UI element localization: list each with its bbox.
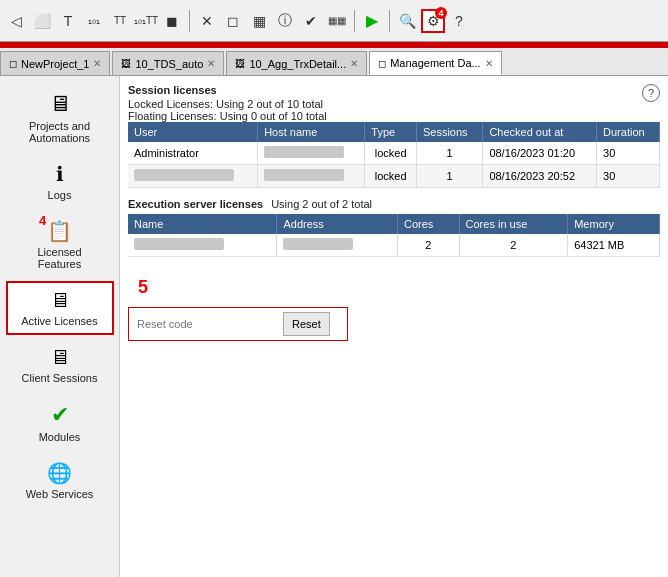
modules-icon: ✔ xyxy=(51,402,69,428)
sidebar-item-webservices[interactable]: 🌐 Web Services xyxy=(6,454,114,507)
sidebar-item-licensed[interactable]: 4 📋 LicensedFeatures xyxy=(6,212,114,277)
session-host-blur-1 xyxy=(264,146,344,158)
sidebar-label-webservices: Web Services xyxy=(26,488,94,500)
execution-section-title: Execution server licenses Using 2 out of… xyxy=(128,198,660,210)
sidebar-label-active: Active Licenses xyxy=(21,315,97,327)
client-icon: 🖥 xyxy=(50,346,70,369)
floating-info: Floating Licenses: Using 0 out of 10 tot… xyxy=(128,110,327,122)
tab-agg[interactable]: 🖼 10_Agg_TrxDetail... ✕ xyxy=(226,51,367,75)
session-type-2: locked xyxy=(365,165,417,188)
sidebar-item-client[interactable]: 🖥 Client Sessions xyxy=(6,339,114,391)
tab-label-management: Management Da... xyxy=(390,57,481,69)
session-user-1: Administrator xyxy=(128,142,258,165)
toolbar-btn-format2[interactable]: TT xyxy=(108,9,132,33)
tab-close-agg[interactable]: ✕ xyxy=(350,58,358,69)
toolbar-btn-grid2[interactable]: ▦▦ xyxy=(325,9,349,33)
tab-newproject[interactable]: ◻ NewProject_1 ✕ xyxy=(0,51,110,75)
execution-licenses-section: Execution server licenses Using 2 out of… xyxy=(128,198,660,257)
session-row-1: Administrator locked 1 08/16/2023 01:20 … xyxy=(128,142,660,165)
exec-col-memory: Memory xyxy=(568,214,660,234)
toolbar-btn-undo[interactable]: ◁ xyxy=(4,9,28,33)
exec-col-address: Address xyxy=(277,214,398,234)
toolbar-btn-square[interactable]: ◻ xyxy=(221,9,245,33)
sidebar-label-modules: Modules xyxy=(39,431,81,443)
separator3 xyxy=(389,10,390,32)
session-host-2 xyxy=(258,165,365,188)
settings-badge: 4 xyxy=(435,7,447,19)
session-license-header: Session licenses Locked Licenses: Using … xyxy=(128,84,660,122)
session-row-2: locked 1 08/16/2023 20:52 30 xyxy=(128,165,660,188)
toolbar-btn-info[interactable]: ⓘ xyxy=(273,9,297,33)
toolbar-btn-help[interactable]: ? xyxy=(447,9,471,33)
tab-tds[interactable]: 🖼 10_TDS_auto ✕ xyxy=(112,51,224,75)
tab-bar: ◻ NewProject_1 ✕ 🖼 10_TDS_auto ✕ 🖼 10_Ag… xyxy=(0,48,668,76)
execution-row-1: 2 2 64321 MB xyxy=(128,234,660,257)
toolbar: ◁ ⬜ T ₁₀₁ TT ₁₀₁TT ◼ ✕ ◻ ▦ ⓘ ✔ ▦▦ ▶ 🔍 ⚙ … xyxy=(0,0,668,42)
session-checked-2: 08/16/2023 20:52 xyxy=(483,165,597,188)
toolbar-btn-settings[interactable]: ⚙ 4 xyxy=(421,9,445,33)
projects-icon: 🖥 xyxy=(49,91,71,117)
session-sessions-1: 1 xyxy=(416,142,482,165)
session-checked-1: 08/16/2023 01:20 xyxy=(483,142,597,165)
toolbar-btn-text[interactable]: T xyxy=(56,9,80,33)
badge-5: 5 xyxy=(138,277,148,298)
exec-cores-in-use-1: 2 xyxy=(459,234,568,257)
sidebar-item-logs[interactable]: ℹ Logs xyxy=(6,155,114,208)
tab-management[interactable]: ◻ Management Da... ✕ xyxy=(369,51,502,75)
session-table-header-row: User Host name Type Sessions Checked out… xyxy=(128,122,660,142)
sidebar: 🖥 Projects andAutomations ℹ Logs 4 📋 Lic… xyxy=(0,76,120,577)
separator2 xyxy=(354,10,355,32)
session-user-blur-2 xyxy=(134,169,234,181)
licensed-icon: 📋 xyxy=(47,220,72,242)
tab-icon-agg: 🖼 xyxy=(235,58,245,69)
session-host-blur-2 xyxy=(264,169,344,181)
exec-name-blur-1 xyxy=(134,238,224,250)
tab-close-newproject[interactable]: ✕ xyxy=(93,58,101,69)
toolbar-btn-search[interactable]: 🔍 xyxy=(395,9,419,33)
tab-close-tds[interactable]: ✕ xyxy=(207,58,215,69)
sidebar-item-modules[interactable]: ✔ Modules xyxy=(6,395,114,450)
sidebar-item-projects[interactable]: 🖥 Projects andAutomations xyxy=(6,84,114,151)
session-host-1 xyxy=(258,142,365,165)
col-sessions: Sessions xyxy=(416,122,482,142)
session-licenses-table: User Host name Type Sessions Checked out… xyxy=(128,122,660,188)
col-user: User xyxy=(128,122,258,142)
execution-licenses-table: Name Address Cores Cores in use Memory 2… xyxy=(128,214,660,257)
toolbar-btn-x[interactable]: ✕ xyxy=(195,9,219,33)
tab-icon-tds: 🖼 xyxy=(121,58,131,69)
toolbar-btn-format3[interactable]: ₁₀₁TT xyxy=(134,9,158,33)
toolbar-btn-grid[interactable]: ▦ xyxy=(247,9,271,33)
session-license-info: Session licenses Locked Licenses: Using … xyxy=(128,84,327,122)
webservices-icon: 🌐 xyxy=(47,461,72,485)
tab-icon-newproject: ◻ xyxy=(9,58,17,69)
licensed-badge: 4 xyxy=(39,213,46,228)
tab-label-newproject: NewProject_1 xyxy=(21,58,89,70)
sidebar-label-client: Client Sessions xyxy=(22,372,98,384)
logs-icon: ℹ xyxy=(56,162,64,186)
tab-label-tds: 10_TDS_auto xyxy=(135,58,203,70)
help-icon[interactable]: ? xyxy=(642,84,660,102)
active-icon: 🖥 xyxy=(50,289,70,312)
col-hostname: Host name xyxy=(258,122,365,142)
toolbar-btn-format1[interactable]: ₁₀₁ xyxy=(82,9,106,33)
session-type-1: locked xyxy=(365,142,417,165)
col-type: Type xyxy=(365,122,417,142)
session-user-2 xyxy=(128,165,258,188)
toolbar-btn-check[interactable]: ✔ xyxy=(299,9,323,33)
main-area: 🖥 Projects andAutomations ℹ Logs 4 📋 Lic… xyxy=(0,76,668,577)
execution-usage: Using 2 out of 2 total xyxy=(271,198,372,210)
reset-code-input[interactable] xyxy=(133,312,283,336)
exec-address-1 xyxy=(277,234,398,257)
reset-button[interactable]: Reset xyxy=(283,312,330,336)
session-duration-2: 30 xyxy=(597,165,660,188)
toolbar-btn-block[interactable]: ◼ xyxy=(160,9,184,33)
exec-col-cores: Cores xyxy=(398,214,460,234)
sidebar-item-active[interactable]: 🖥 Active Licenses xyxy=(6,281,114,335)
toolbar-btn-new[interactable]: ⬜ xyxy=(30,9,54,33)
tab-icon-management: ◻ xyxy=(378,58,386,69)
tab-close-management[interactable]: ✕ xyxy=(485,58,493,69)
licensed-badge-wrapper: 4 📋 xyxy=(47,219,72,243)
toolbar-btn-run[interactable]: ▶ xyxy=(360,9,384,33)
exec-name-1 xyxy=(128,234,277,257)
locked-info: Locked Licenses: Using 2 out of 10 total xyxy=(128,98,327,110)
